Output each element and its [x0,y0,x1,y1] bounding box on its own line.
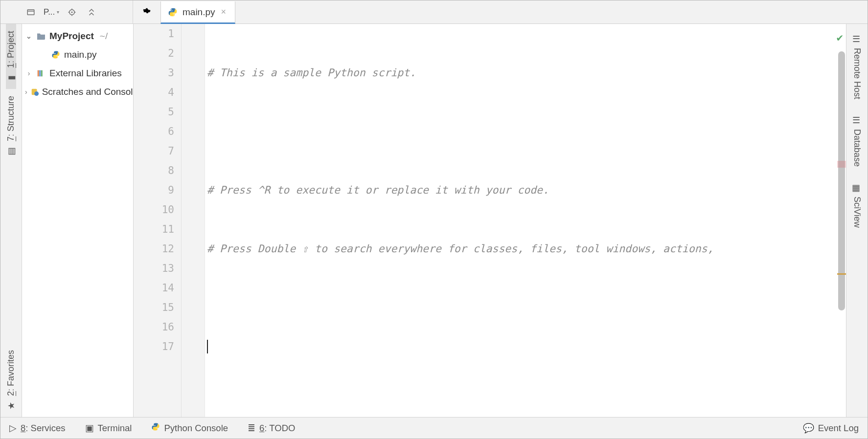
external-libraries-label: External Libraries [49,68,122,79]
line-number[interactable]: 11 [134,220,174,239]
library-icon [36,69,46,78]
sb-event-log[interactable]: 💬 Event Log [803,423,859,434]
line-number[interactable]: 15 [134,298,174,317]
line-number[interactable]: 8 [134,161,174,180]
line-number[interactable]: 12 [134,239,174,259]
svg-rect-13 [41,70,43,77]
project-file-main-py[interactable]: main.py [22,45,133,64]
caret-down-icon[interactable]: ⌄ [25,32,33,40]
services-icon: ▷ [9,423,17,434]
sb-services[interactable]: ▷ 8: Services [9,422,66,434]
star-icon: ★ [6,401,16,410]
code-text: # This is a sample Python script. [207,66,416,79]
statusbar-right: 💬 Event Log [803,423,859,434]
warning-stripe-marker[interactable] [837,273,846,275]
terminal-icon: ▣ [85,423,94,434]
line-number[interactable]: 17 [134,337,174,356]
right-tool-stripe: ☰ Remote Host ☰ Database ▦ SciView [846,24,868,417]
line-number[interactable]: 2 [134,44,174,63]
tool-tab-sciview[interactable]: ▦ SciView [852,176,862,235]
inspection-ok-icon[interactable]: ✔ [837,28,843,47]
toolbar-right: main.py × [133,0,868,23]
tool-tab-remote-host[interactable]: ☰ Remote Host [852,27,862,106]
external-libraries[interactable]: › External Libraries [22,64,133,83]
line-number[interactable]: 3 [134,63,174,83]
tool-tab-database[interactable]: ☰ Database [852,108,862,174]
event-log-icon: 💬 [803,423,814,434]
statusbar-left: ▷ 8: Services ▣ Terminal Python Console … [9,422,295,434]
editor: 1 2 3 4 5 6 7 8 9 10 11 12 13 14 15 16 1… [134,24,846,417]
gear-icon[interactable] [139,0,156,23]
todo-icon: ≣ [248,423,255,434]
sciview-icon: ▦ [853,182,862,193]
svg-point-15 [34,91,39,96]
editor-tab-label: main.py [183,7,215,18]
sb-terminal[interactable]: ▣ Terminal [85,422,132,434]
sb-python-console[interactable]: Python Console [151,422,228,434]
remote-host-icon: ☰ [853,34,862,44]
svg-rect-0 [27,9,34,15]
python-console-icon [151,422,160,434]
close-tab-icon[interactable]: × [221,7,227,17]
line-number[interactable]: 5 [134,102,174,122]
project-file-label: main.py [64,49,97,60]
line-number[interactable]: 13 [134,259,174,278]
svg-rect-11 [38,70,39,77]
tool-tab-project[interactable]: ▮ 1: Project [6,24,16,89]
editor-gutter[interactable]: 1 2 3 4 5 6 7 8 9 10 11 12 13 14 15 16 1… [134,24,182,417]
statusbar: ▷ 8: Services ▣ Terminal Python Console … [0,417,868,439]
left-tool-stripe: ▮ 1: Project ▤ 7: Structure ★ 2: Favorit… [0,24,22,417]
svg-rect-12 [39,70,41,77]
line-number[interactable]: 6 [134,122,174,141]
fold-column[interactable] [182,24,205,417]
window-icon[interactable] [24,5,38,19]
line-number[interactable]: 10 [134,200,174,220]
project-selector-label: P... [44,7,55,17]
main-area: ▮ 1: Project ▤ 7: Structure ★ 2: Favorit… [0,24,868,417]
line-number[interactable]: 4 [134,83,174,102]
scratches-and-consoles[interactable]: › Scratches and Consoles [22,83,133,101]
sb-todo[interactable]: ≣ 6: TODO [248,422,295,434]
line-number[interactable]: 1 [134,24,174,44]
project-selector-dropdown[interactable]: P... [44,7,59,17]
scratches-icon [30,88,39,96]
project-root-path: ~/ [100,31,108,42]
python-file-icon [168,7,178,17]
collapse-all-icon[interactable] [85,5,98,19]
folder-icon [36,32,46,40]
toolbar-left: P... [0,0,133,23]
python-file-icon [50,50,61,59]
project-root[interactable]: ⌄ MyProject ~/ [22,27,133,45]
editor-tab-main-py[interactable]: main.py × [160,1,235,24]
tool-tab-favorites[interactable]: ★ 2: Favorites [6,343,16,417]
svg-point-10 [174,15,175,16]
project-icon: ▮ [6,73,16,82]
error-stripe-marker[interactable] [837,161,846,168]
code-text: # Press Double ⇧ to search everywhere fo… [207,242,714,255]
svg-point-3 [72,12,73,13]
caret-right-icon[interactable]: › [25,88,27,96]
toolbar: P... main.py × [0,0,868,24]
project-panel: ⌄ MyProject ~/ main.py › External Librar… [22,24,134,417]
locate-icon[interactable] [65,5,79,19]
project-root-name: MyProject [49,31,94,42]
caret-right-icon[interactable]: › [25,69,33,77]
line-number[interactable]: 16 [134,317,174,337]
database-icon: ☰ [853,115,862,125]
tool-tab-structure[interactable]: ▤ 7: Structure [6,89,16,162]
code-area[interactable]: # This is a sample Python script. # Pres… [205,24,846,417]
structure-icon: ▤ [6,146,16,155]
line-number[interactable]: 7 [134,141,174,161]
line-number[interactable]: 9 [134,180,174,200]
line-number[interactable]: 14 [134,278,174,298]
svg-point-9 [171,9,172,10]
code-text: # Press ^R to execute it or replace it w… [207,184,549,196]
scratches-label: Scratches and Consoles [42,87,134,97]
editor-scrollbar[interactable] [838,51,845,310]
